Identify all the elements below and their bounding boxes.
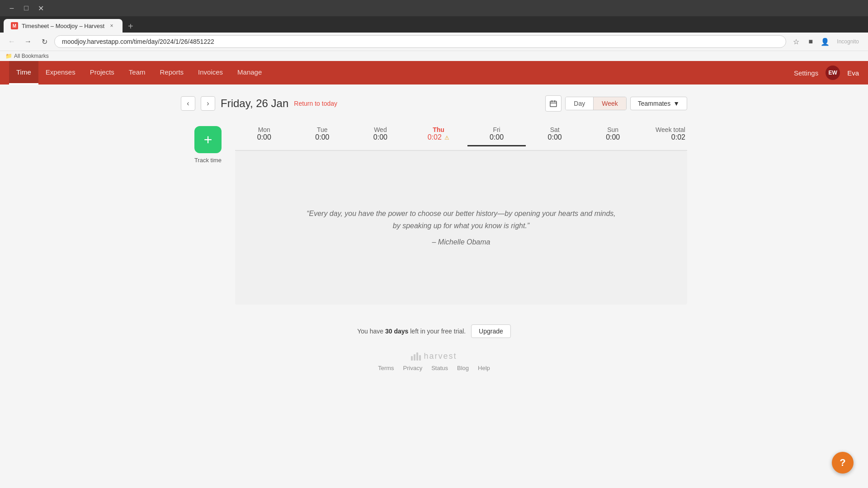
day-header-tue[interactable]: Tue 0:00 xyxy=(293,122,352,146)
bookmark-button[interactable]: ☆ xyxy=(790,35,802,48)
active-tab[interactable]: M Timesheet – Moodjoy – Harvest × xyxy=(4,19,123,33)
nav-projects[interactable]: Projects xyxy=(83,61,122,84)
day-view-button[interactable]: Day xyxy=(566,97,594,110)
back-button[interactable]: ← xyxy=(5,35,18,48)
date-nav: ‹ › Friday, 26 Jan Return to today Day W… xyxy=(181,95,687,112)
new-tab-button[interactable]: + xyxy=(124,20,137,33)
nav-time[interactable]: Time xyxy=(9,61,38,84)
close-window-button[interactable]: ✕ xyxy=(34,2,47,14)
day-headers: Mon 0:00 Tue 0:00 Wed 0:00 Thu 0:02 xyxy=(235,122,687,151)
incognito-badge: Incognito xyxy=(833,37,863,47)
close-tab-button[interactable]: × xyxy=(108,22,115,29)
harvest-logo-bars xyxy=(411,352,421,361)
reload-button[interactable]: ↻ xyxy=(38,35,51,48)
next-date-button[interactable]: › xyxy=(201,96,215,111)
week-total-label: Week total xyxy=(644,126,685,133)
warning-icon: ⚠ xyxy=(444,135,449,141)
day-hours-sat: 0:00 xyxy=(528,133,582,141)
day-header-fri[interactable]: Fri 0:00 xyxy=(467,122,526,146)
day-hours-mon: 0:00 xyxy=(237,133,292,141)
footer-status[interactable]: Status xyxy=(431,365,448,371)
track-time-label: Track time xyxy=(194,157,222,164)
week-days: Mon 0:00 Tue 0:00 Wed 0:00 Thu 0:02 xyxy=(235,122,687,305)
tab-favicon: M xyxy=(11,22,18,29)
week-grid: + Track time Mon 0:00 Tue 0:00 Wed 0:00 xyxy=(181,122,687,305)
bookmarks-bar: 📁 All Bookmarks xyxy=(0,51,868,61)
footer-terms[interactable]: Terms xyxy=(378,365,394,371)
calendar-icon-button[interactable] xyxy=(545,95,561,112)
footer-help[interactable]: Help xyxy=(478,365,490,371)
day-hours-thu: 0:02 ⚠ xyxy=(411,133,466,141)
nav-invoices[interactable]: Invoices xyxy=(191,61,230,84)
footer: harvest Terms Privacy Status Blog Help xyxy=(0,347,868,376)
day-header-thu[interactable]: Thu 0:02 ⚠ xyxy=(410,122,468,146)
day-name-sat: Sat xyxy=(528,126,582,133)
day-header-sat[interactable]: Sat 0:00 xyxy=(526,122,584,146)
view-toggle: Day Week xyxy=(565,97,626,110)
day-name-tue: Tue xyxy=(295,126,350,133)
window-controls: – □ ✕ xyxy=(5,2,47,14)
footer-blog[interactable]: Blog xyxy=(457,365,469,371)
week-view-button[interactable]: Week xyxy=(594,97,626,110)
day-header-mon[interactable]: Mon 0:00 xyxy=(235,122,293,146)
nav-manage[interactable]: Manage xyxy=(230,61,269,84)
trial-days: 30 days xyxy=(385,328,408,335)
forward-button[interactable]: → xyxy=(22,35,34,48)
teammates-label: Teammates xyxy=(638,100,670,107)
trial-banner: You have 30 days left in your free trial… xyxy=(0,315,868,347)
bookmarks-text[interactable]: All Bookmarks xyxy=(14,53,49,59)
browser-chrome: – □ ✕ M Timesheet – Moodjoy – Harvest × … xyxy=(0,0,868,61)
nav-team[interactable]: Team xyxy=(122,61,153,84)
omnibox-bar: ← → ↻ ☆ ■ 👤 Incognito xyxy=(0,33,868,51)
track-time-button[interactable]: + xyxy=(194,126,222,153)
nav-right: Settings EW Eva xyxy=(794,66,859,80)
main-content: ‹ › Friday, 26 Jan Return to today Day W… xyxy=(163,84,705,315)
svg-rect-0 xyxy=(550,101,557,107)
settings-link[interactable]: Settings xyxy=(794,69,818,77)
browser-titlebar: – □ ✕ xyxy=(0,0,868,16)
date-title: Friday, 26 Jan xyxy=(221,97,288,110)
bookmarks-label: 📁 xyxy=(5,53,12,59)
footer-privacy[interactable]: Privacy xyxy=(403,365,423,371)
chevron-down-icon: ▼ xyxy=(673,100,679,107)
empty-quote: “Every day, you have the power to choose… xyxy=(303,207,619,248)
tab-bar: M Timesheet – Moodjoy – Harvest × + xyxy=(0,16,868,33)
day-name-fri: Fri xyxy=(469,126,524,133)
day-header-sun[interactable]: Sun 0:00 xyxy=(584,122,642,146)
extensions-button[interactable]: ■ xyxy=(804,35,817,48)
day-hours-sun: 0:00 xyxy=(585,133,640,141)
prev-date-button[interactable]: ‹ xyxy=(181,96,195,111)
minimize-button[interactable]: – xyxy=(5,2,18,14)
profile-button[interactable]: 👤 xyxy=(819,35,831,48)
track-time-col: + Track time xyxy=(181,122,235,305)
browser-actions: ☆ ■ 👤 Incognito xyxy=(790,35,863,48)
harvest-logo: harvest xyxy=(411,352,457,361)
day-name-thu: Thu xyxy=(411,126,466,133)
quote-attribution: – Michelle Obama xyxy=(303,236,619,248)
trial-text-pre: You have xyxy=(357,328,385,335)
avatar: EW xyxy=(826,66,840,80)
day-header-wed[interactable]: Wed 0:00 xyxy=(351,122,410,146)
day-hours-fri: 0:00 xyxy=(469,133,524,141)
week-total-header: Week total 0:02 xyxy=(642,122,687,146)
maximize-button[interactable]: □ xyxy=(20,2,33,14)
harvest-wordmark: harvest xyxy=(424,352,457,361)
day-name-mon: Mon xyxy=(237,126,292,133)
tab-title: Timesheet – Moodjoy – Harvest xyxy=(22,23,104,29)
url-bar[interactable] xyxy=(54,35,786,48)
return-today-link[interactable]: Return to today xyxy=(294,100,337,107)
day-name-wed: Wed xyxy=(353,126,408,133)
nav-expenses[interactable]: Expenses xyxy=(38,61,83,84)
trial-text-post: left in your free trial. xyxy=(410,328,466,335)
teammates-button[interactable]: Teammates ▼ xyxy=(630,97,687,110)
empty-state: “Every day, you have the power to choose… xyxy=(235,151,687,305)
date-nav-right: Day Week Teammates ▼ xyxy=(545,95,687,112)
username-label[interactable]: Eva xyxy=(847,69,859,77)
day-name-sun: Sun xyxy=(585,126,640,133)
week-total-value: 0:02 xyxy=(644,133,685,141)
footer-links: Terms Privacy Status Blog Help xyxy=(378,365,490,371)
upgrade-button[interactable]: Upgrade xyxy=(471,324,511,338)
day-hours-tue: 0:00 xyxy=(295,133,350,141)
app-nav: Time Expenses Projects Team Reports Invo… xyxy=(0,61,868,84)
nav-reports[interactable]: Reports xyxy=(153,61,191,84)
